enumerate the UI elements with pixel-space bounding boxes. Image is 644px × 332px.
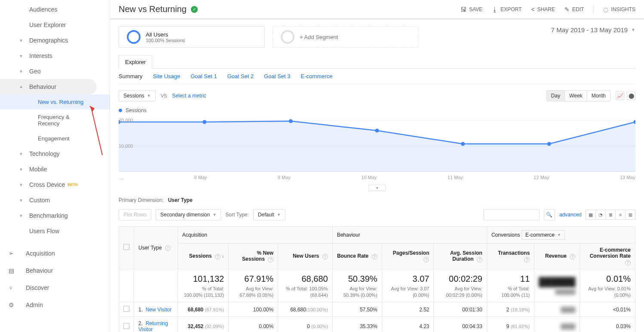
sidebar-item-custom[interactable]: ▼Custom [0, 192, 110, 208]
subtab-ecommerce[interactable]: E-commerce [301, 73, 333, 79]
svg-point-8 [289, 119, 293, 123]
help-icon[interactable]: ? [268, 257, 273, 262]
period-week[interactable]: Week [565, 91, 587, 101]
view-pie-icon[interactable]: ◔ [595, 210, 606, 220]
date-range-selector[interactable]: 7 May 2019 - 13 May 2019 ▼ [551, 26, 635, 34]
help-icon[interactable]: ? [423, 257, 429, 262]
sidebar-item-frequency-recency[interactable]: Frequency & Recency [0, 110, 110, 131]
select-all-checkbox[interactable] [123, 244, 129, 250]
x-tick: 12 May [534, 175, 549, 180]
plot-rows-button: Plot Rows [119, 209, 151, 220]
save-icon: 🖫 [460, 6, 466, 13]
sort-type-label: Sort Type: [225, 212, 248, 218]
export-icon: ⭳ [492, 6, 498, 13]
sidebar-item-new-vs-returning[interactable]: New vs. Returning [0, 94, 110, 110]
col-sessions[interactable]: Sessions ? ↓ [178, 244, 228, 269]
sidebar-item-engagement[interactable]: Engagement [0, 131, 110, 146]
help-icon[interactable]: ? [625, 260, 631, 265]
row-checkbox[interactable] [123, 306, 129, 312]
col-bounce[interactable]: Bounce Rate ? [332, 244, 382, 269]
x-tick: 13 May [620, 175, 635, 180]
help-icon[interactable]: ? [477, 257, 482, 262]
chart-type-line-icon[interactable]: 📈 [616, 91, 624, 100]
metric-selector[interactable]: Sessions▼ [119, 90, 156, 101]
col-new-users[interactable]: New Users ? [278, 244, 332, 269]
x-tick: 9 May [278, 175, 291, 180]
sidebar-item-cross-device[interactable]: ▼Cross DeviceBETA [0, 177, 110, 192]
view-bar-icon[interactable]: ≣ [605, 210, 616, 220]
chevron-down-icon: ▼ [19, 54, 23, 58]
period-day[interactable]: Day [547, 91, 565, 101]
main: New vs Returning ✓ 🖫SAVE ⭳EXPORT <SHARE … [110, 0, 644, 332]
sort-type-selector[interactable]: Default▼ [253, 209, 285, 220]
sidebar-item-demographics[interactable]: ▼Demographics [0, 33, 110, 48]
nav-discover[interactable]: ♀Discover [0, 279, 110, 296]
expand-handle[interactable]: ▾ [368, 185, 386, 191]
add-segment-button[interactable]: + Add Segment [273, 26, 419, 48]
edit-button[interactable]: ✎EDIT [564, 6, 584, 13]
sidebar-item-audiences[interactable]: Audiences [0, 2, 110, 17]
sidebar-item-technology[interactable]: ▼Technology [0, 146, 110, 161]
nav-behaviour[interactable]: ▤Behaviour [0, 262, 110, 279]
row-checkbox[interactable] [123, 323, 129, 329]
table-search-input[interactable] [484, 209, 540, 220]
sidebar-item-users-flow[interactable]: Users Flow [0, 223, 110, 239]
sidebar-item-user-explorer[interactable]: User Explorer [0, 17, 110, 33]
col-duration[interactable]: Avg. Session Duration ? [434, 244, 487, 269]
x-tick: 11 May [448, 175, 463, 180]
insights-button[interactable]: ◌INSIGHTS [603, 6, 635, 13]
admin-icon: ⚙ [9, 302, 17, 308]
save-button[interactable]: 🖫SAVE [460, 6, 482, 13]
tab-explorer[interactable]: Explorer [119, 55, 152, 69]
subtab-summary[interactable]: Summary [119, 73, 143, 79]
segment-circle-icon [127, 30, 141, 44]
sidebar-item-mobile[interactable]: ▼Mobile [0, 161, 110, 177]
subtab-site-usage[interactable]: Site Usage [153, 73, 181, 79]
svg-point-10 [461, 142, 465, 146]
nav-admin[interactable]: ⚙Admin [0, 296, 110, 314]
segment-all-users[interactable]: All Users 100.00% Sessions [119, 26, 265, 48]
share-button[interactable]: <SHARE [531, 6, 555, 13]
subtab-goal2[interactable]: Goal Set 2 [227, 73, 254, 79]
export-button[interactable]: ⭳EXPORT [492, 6, 521, 13]
help-icon[interactable]: ? [215, 254, 221, 259]
chart-type-motion-icon[interactable]: ⬤ [627, 91, 635, 100]
col-revenue[interactable]: Revenue ? [534, 244, 580, 269]
secondary-dimension-selector[interactable]: Secondary dimension▼ [156, 209, 221, 220]
x-tick: 10 May [361, 175, 377, 180]
sidebar-item-geo[interactable]: ▼Geo [0, 64, 110, 79]
row-label[interactable]: Returning Visitor [138, 320, 168, 332]
col-pct-new[interactable]: % New Sessions ? [229, 244, 278, 269]
select-metric-link[interactable]: Select a metric [172, 93, 206, 99]
sidebar-item-interests[interactable]: ▼Interests [0, 48, 110, 64]
advanced-link[interactable]: advanced [559, 212, 582, 218]
conversions-selector[interactable]: E-commerce ▼ [521, 230, 565, 240]
subtab-goal3[interactable]: Goal Set 3 [264, 73, 290, 79]
col-pages[interactable]: Pages/Session ? [382, 244, 434, 269]
view-pivot-icon[interactable]: ⊞ [625, 210, 635, 220]
col-user-type[interactable]: User Type [138, 245, 162, 251]
help-icon[interactable]: ? [372, 254, 377, 259]
sort-desc-icon: ↓ [222, 254, 224, 259]
help-icon[interactable]: ? [322, 254, 328, 259]
col-ecr[interactable]: E-commerce Conversion Rate ? [580, 244, 635, 269]
search-button[interactable]: 🔍 [544, 209, 555, 220]
view-table-icon[interactable]: ▦ [586, 210, 596, 220]
subtab-goal1[interactable]: Goal Set 1 [190, 73, 217, 79]
help-icon[interactable]: ? [165, 245, 171, 251]
row-label[interactable]: New Visitor [146, 307, 172, 313]
table-row: 2. Returning Visitor 32,452 (32.09%) 0.0… [119, 317, 635, 332]
primary-dimension-value[interactable]: User Type [168, 197, 193, 203]
y-tick: 20,000 [119, 118, 133, 123]
sidebar-item-behaviour[interactable]: ▼Behaviour [0, 79, 97, 94]
group-acquisition: Acquisition [178, 227, 332, 244]
help-icon[interactable]: ? [570, 254, 575, 259]
nav-acquisition[interactable]: ➣Acquisition [0, 245, 110, 262]
view-comparison-icon[interactable]: ≡ [615, 210, 626, 220]
legend-dot-icon [119, 109, 122, 112]
primary-dimension-label: Primary Dimension: [119, 197, 164, 203]
sidebar-item-benchmarking[interactable]: ▼Benchmarking [0, 208, 110, 223]
col-transactions[interactable]: Transactions ? [487, 244, 534, 269]
period-month[interactable]: Month [587, 91, 610, 101]
help-icon[interactable]: ? [524, 257, 530, 262]
